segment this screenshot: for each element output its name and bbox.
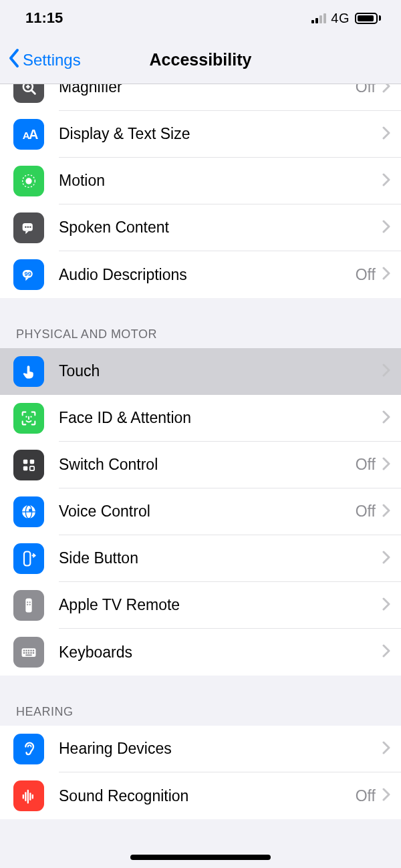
list-item-label: Keyboards	[59, 643, 132, 662]
list-item-label: Hearing Devices	[59, 740, 172, 758]
chevron-right-icon	[382, 551, 390, 567]
list-item-label: Switch Control	[59, 456, 158, 474]
svg-text:A: A	[29, 127, 38, 142]
audio-descriptions-icon: 99	[13, 259, 44, 290]
svg-point-9	[25, 227, 27, 229]
svg-point-24	[29, 509, 32, 512]
list-item-switch-control[interactable]: Switch ControlOff	[0, 442, 401, 488]
list-item-sound-recognition[interactable]: Sound RecognitionOff	[0, 772, 401, 819]
list-item-side-button[interactable]: Side Button	[0, 535, 401, 582]
home-indicator[interactable]	[130, 855, 271, 860]
svg-point-11	[29, 227, 31, 229]
list-item-label: Apple TV Remote	[59, 596, 180, 614]
side-button-icon	[13, 543, 44, 574]
list-item-label: Side Button	[59, 549, 138, 567]
list-item-voice-control[interactable]: Voice ControlOff	[0, 488, 401, 535]
hearing-devices-icon	[13, 734, 44, 764]
chevron-right-icon	[382, 457, 390, 473]
list-item-label: Display & Text Size	[59, 125, 190, 143]
list-item-label: Audio Descriptions	[59, 266, 187, 284]
spoken-content-icon	[13, 212, 44, 243]
chevron-right-icon	[382, 504, 390, 520]
svg-rect-37	[33, 650, 34, 652]
list-item-magnifier[interactable]: MagnifierOff	[0, 84, 401, 111]
list-item-value: Off	[356, 456, 376, 474]
chevron-right-icon	[382, 173, 390, 189]
status-bar: 11:15 4G	[0, 0, 401, 36]
svg-rect-20	[30, 466, 34, 470]
svg-point-30	[27, 604, 28, 605]
list-item-label: Magnifier	[59, 84, 122, 96]
svg-rect-34	[25, 650, 27, 652]
chevron-right-icon	[382, 597, 390, 613]
settings-list[interactable]: MagnifierOffAADisplay & Text SizeMotionS…	[0, 84, 401, 868]
nav-bar: Settings Accessibility	[0, 36, 401, 84]
list-item-label: Face ID & Attention	[59, 409, 191, 427]
section-physical-and-motor: TouchFace ID & AttentionSwitch ControlOf…	[0, 348, 401, 676]
svg-rect-38	[23, 652, 25, 654]
svg-text:99: 99	[25, 271, 31, 277]
svg-rect-39	[25, 652, 27, 654]
section-header-physical-and-motor: Physical and Motor	[0, 298, 401, 348]
page-title: Accessibility	[150, 50, 252, 69]
cellular-signal-icon	[311, 13, 326, 23]
svg-rect-40	[28, 652, 29, 654]
section-vision: MagnifierOffAADisplay & Text SizeMotionS…	[0, 84, 401, 298]
network-type: 4G	[331, 11, 350, 26]
chevron-right-icon	[382, 220, 390, 236]
chevron-right-icon	[382, 644, 390, 660]
apple-tv-remote-icon	[13, 590, 44, 621]
svg-line-1	[31, 90, 35, 94]
list-item-apple-tv-remote[interactable]: Apple TV Remote	[0, 582, 401, 629]
chevron-right-icon	[382, 741, 390, 757]
svg-rect-36	[30, 650, 31, 652]
status-indicators: 4G	[311, 11, 381, 26]
list-item-audio-descriptions[interactable]: 99Audio DescriptionsOff	[0, 251, 401, 298]
list-item-label: Spoken Content	[59, 219, 169, 237]
chevron-right-icon	[382, 410, 390, 426]
list-item-spoken-content[interactable]: Spoken Content	[0, 204, 401, 251]
list-item-display-text-size[interactable]: AADisplay & Text Size	[0, 111, 401, 158]
svg-point-15	[30, 416, 31, 418]
svg-point-28	[27, 601, 28, 603]
svg-rect-17	[23, 460, 27, 464]
list-item-value: Off	[356, 84, 376, 96]
svg-rect-35	[28, 650, 29, 652]
back-button[interactable]: Settings	[0, 48, 81, 72]
list-item-face-id[interactable]: Face ID & Attention	[0, 395, 401, 442]
list-item-value: Off	[356, 266, 376, 284]
chevron-right-icon	[382, 126, 390, 142]
svg-rect-43	[25, 655, 31, 656]
list-item-label: Sound Recognition	[59, 787, 188, 805]
svg-rect-19	[23, 466, 27, 470]
svg-rect-18	[30, 460, 34, 464]
svg-point-10	[27, 227, 29, 229]
svg-rect-33	[23, 650, 25, 652]
face-id-icon	[13, 403, 44, 434]
list-item-hearing-devices[interactable]: Hearing Devices	[0, 726, 401, 772]
chevron-right-icon	[382, 267, 390, 283]
status-time: 11:15	[25, 9, 63, 27]
svg-rect-42	[33, 652, 34, 654]
chevron-right-icon	[382, 364, 390, 380]
list-item-motion[interactable]: Motion	[0, 158, 401, 204]
back-label: Settings	[23, 51, 81, 69]
battery-icon	[355, 13, 381, 24]
section-hearing: Hearing DevicesSound RecognitionOff	[0, 726, 401, 819]
svg-point-14	[25, 416, 27, 418]
list-item-keyboards[interactable]: Keyboards	[0, 629, 401, 676]
list-item-value: Off	[356, 787, 376, 805]
svg-point-31	[29, 604, 31, 605]
list-item-label: Voice Control	[59, 502, 150, 521]
switch-control-icon	[13, 450, 44, 480]
voice-control-icon	[13, 496, 44, 527]
svg-point-7	[25, 178, 31, 184]
svg-point-29	[29, 601, 31, 603]
section-header-hearing: Hearing	[0, 676, 401, 726]
chevron-left-icon	[8, 48, 21, 72]
list-item-value: Off	[356, 502, 376, 521]
sound-recognition-icon	[13, 780, 44, 811]
svg-rect-41	[30, 652, 31, 654]
list-item-touch[interactable]: Touch	[0, 348, 401, 395]
display-text-size-icon: AA	[13, 119, 44, 150]
